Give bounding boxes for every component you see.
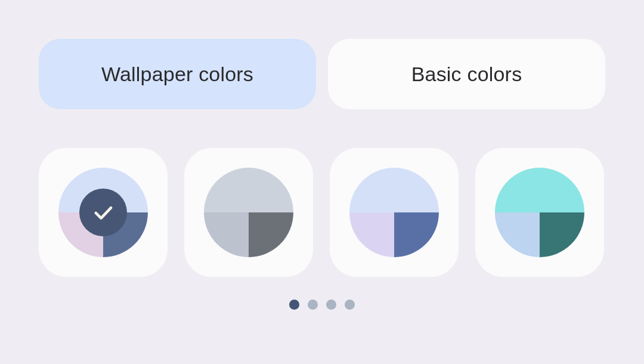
color-preview-circle <box>204 168 293 257</box>
color-swatch-2[interactable] <box>330 148 459 277</box>
swatch-br-color <box>249 212 293 257</box>
swatch-bl-color <box>349 212 394 257</box>
swatch-top-color <box>204 168 293 212</box>
color-swatch-3[interactable] <box>475 148 604 277</box>
swatch-top-color <box>495 168 584 212</box>
swatch-bl-color <box>204 212 249 257</box>
page-dot-1[interactable] <box>308 300 318 310</box>
swatch-top-color <box>349 168 439 212</box>
page-dot-0[interactable] <box>289 300 299 310</box>
swatch-br-color <box>394 212 439 257</box>
page-dot-2[interactable] <box>326 300 336 310</box>
tab-basic-colors[interactable]: Basic colors <box>328 39 605 109</box>
swatch-bl-color <box>495 212 540 257</box>
check-icon <box>91 200 116 225</box>
tab-wallpaper-colors[interactable]: Wallpaper colors <box>39 39 316 109</box>
page-dot-3[interactable] <box>345 300 355 310</box>
selected-badge <box>79 189 127 236</box>
color-preview-circle <box>349 168 439 257</box>
color-source-tabs: Wallpaper colors Basic colors <box>39 39 605 109</box>
color-swatch-1[interactable] <box>184 148 313 277</box>
pagination-dots <box>39 300 605 310</box>
color-preview-circle <box>495 168 584 257</box>
swatch-br-color <box>540 212 584 257</box>
color-swatch-0[interactable] <box>39 148 168 277</box>
color-swatch-row <box>39 148 605 277</box>
